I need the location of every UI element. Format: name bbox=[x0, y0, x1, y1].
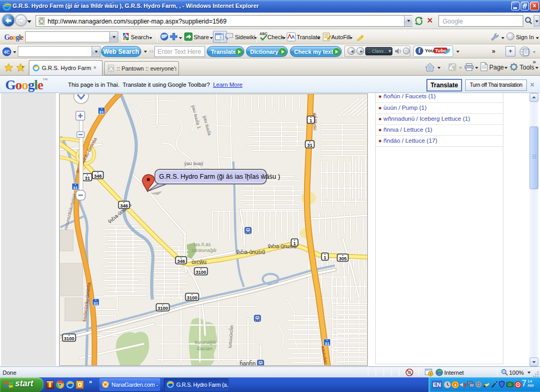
svg-text:!: ! bbox=[430, 372, 431, 376]
svg-text:3100: 3100 bbox=[196, 270, 206, 275]
svg-text:31: 31 bbox=[325, 341, 330, 346]
svg-text:31: 31 bbox=[85, 176, 90, 181]
svg-text:ūıcẅunağŵ: ūıcẅunağŵ bbox=[192, 247, 217, 253]
svg-text:3100: 3100 bbox=[158, 306, 168, 311]
svg-text:3100: 3100 bbox=[64, 336, 74, 341]
svg-text:31: 31 bbox=[94, 301, 98, 306]
svg-text:s̄uıunağŵ: s̄uıunağŵ bbox=[195, 339, 216, 345]
svg-text:31: 31 bbox=[307, 143, 312, 148]
svg-text:346: 346 bbox=[177, 259, 185, 264]
svg-text:31: 31 bbox=[73, 186, 78, 190]
svg-text:ýau áuaý: ýau áuaý bbox=[184, 161, 204, 166]
svg-text:305: 305 bbox=[339, 256, 346, 261]
svg-text:1: 1 bbox=[323, 255, 326, 260]
svg-text:1: 1 bbox=[293, 241, 296, 246]
svg-text:3100: 3100 bbox=[187, 295, 197, 301]
svg-text:G.R.S. Hydro Farm (ği āṡ ias ĩ: G.R.S. Hydro Farm (ği āṡ ias ĩḩĩaṡ ŵāṡu … bbox=[159, 173, 280, 180]
svg-text:346: 346 bbox=[120, 203, 128, 209]
svg-text:346: 346 bbox=[94, 174, 102, 179]
svg-text:iũacian: iũacian bbox=[197, 345, 212, 351]
svg-text:1: 1 bbox=[309, 118, 312, 123]
svg-text:ūıcẅu: ūıcẅu bbox=[192, 259, 207, 265]
svg-text:ias.ñ.āṡ: ias.ñ.āṡ bbox=[194, 241, 211, 247]
svg-text:ĥạnĥn: ĥạnĥn bbox=[240, 360, 256, 365]
svg-text:ṽıčıa-ūnuṡıũ: ṽıčıa-ūnuṡıũ bbox=[237, 249, 265, 255]
svg-text:31: 31 bbox=[99, 110, 104, 114]
svg-text:4C: 4C bbox=[4, 50, 10, 55]
